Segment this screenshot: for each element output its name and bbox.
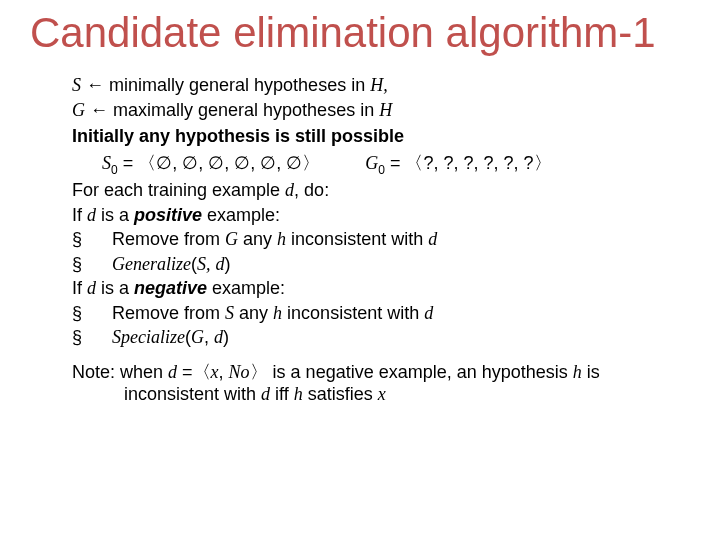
s0-g0-line: S0 = 〈∅, ∅, ∅, ∅, ∅, ∅〉 G0 = 〈?, ?, ?, ?… — [72, 152, 690, 178]
arrow-icon: ← — [85, 100, 113, 120]
var-h: h — [573, 362, 582, 382]
var-d: d — [424, 303, 433, 323]
text: minimally general hypotheses in — [109, 75, 370, 95]
text: example: — [207, 278, 285, 298]
foreach-line: For each training example d, do: — [72, 179, 690, 202]
var-d: d — [428, 229, 437, 249]
bullet-icon: § — [72, 229, 82, 249]
var-h: h — [273, 303, 282, 323]
note-line: Note: when d =〈x, No〉 is a negative exam… — [72, 361, 690, 406]
text: iff — [270, 384, 294, 404]
var-h: H — [379, 100, 392, 120]
var-g: G — [72, 100, 85, 120]
slide-title: Candidate elimination algorithm-1 — [30, 10, 690, 56]
text: 〉 is a negative example, an hypothesis — [250, 362, 573, 382]
var-x: x — [211, 362, 219, 382]
text: If — [72, 205, 87, 225]
var-d: d — [214, 327, 223, 347]
var-h: h — [277, 229, 286, 249]
text: Note: when — [72, 362, 168, 382]
comma: , — [219, 362, 229, 382]
text: Remove from — [112, 303, 225, 323]
var-h: h — [294, 384, 303, 404]
text: any — [234, 303, 273, 323]
label-no: No — [229, 362, 250, 382]
var-d: d — [87, 278, 96, 298]
text: =〈 — [177, 362, 211, 382]
text: Remove from — [112, 229, 225, 249]
var-d: d — [168, 362, 177, 382]
initially-line: Initially any hypothesis is still possib… — [72, 125, 690, 148]
var-d: d — [285, 180, 294, 200]
slide: Candidate elimination algorithm-1 S ← mi… — [0, 0, 720, 540]
var-s: S — [72, 75, 81, 95]
assign-g: G ← maximally general hypotheses in H — [72, 99, 690, 122]
var-h: H, — [370, 75, 388, 95]
var-d: d — [216, 254, 225, 274]
text: any — [238, 229, 277, 249]
text: is a — [96, 278, 134, 298]
assign-s: S ← minimally general hypotheses in H, — [72, 74, 690, 97]
text: is a — [96, 205, 134, 225]
kind-negative: negative — [134, 278, 207, 298]
g0-sub: 0 — [378, 162, 385, 176]
paren-close: ) — [225, 254, 231, 274]
var-g: G — [225, 229, 238, 249]
fn-name: Generalize — [112, 254, 191, 274]
text: example: — [202, 205, 280, 225]
var-d: d — [87, 205, 96, 225]
neg-specialize: § Specialize(G, d) — [72, 326, 690, 349]
var-s: S — [225, 303, 234, 323]
s0-eq: = 〈∅, ∅, ∅, ∅, ∅, ∅〉 — [118, 153, 321, 173]
g0-label: G — [365, 153, 378, 173]
bullet-icon: § — [72, 254, 82, 274]
neg-remove: § Remove from S any h inconsistent with … — [72, 302, 690, 325]
text: inconsistent with — [282, 303, 424, 323]
bullet-icon: § — [72, 327, 82, 347]
text: , do: — [294, 180, 329, 200]
text: inconsistent with — [286, 229, 428, 249]
text: For each training example — [72, 180, 285, 200]
pos-generalize: § Generalize(S, d) — [72, 253, 690, 276]
paren-close: ) — [223, 327, 229, 347]
kind-positive: positive — [134, 205, 202, 225]
fn-name: Specialize — [112, 327, 185, 347]
s0-sub: 0 — [111, 162, 118, 176]
g0-eq: = 〈?, ?, ?, ?, ?, ?〉 — [385, 153, 552, 173]
if-positive: If d is a positive example: — [72, 204, 690, 227]
text: maximally general hypotheses in — [113, 100, 379, 120]
var-g: G — [191, 327, 204, 347]
comma: , — [204, 327, 214, 347]
slide-body: S ← minimally general hypotheses in H, G… — [30, 74, 690, 406]
var-x: x — [378, 384, 386, 404]
pos-remove: § Remove from G any h inconsistent with … — [72, 228, 690, 251]
bullet-icon: § — [72, 303, 82, 323]
if-negative: If d is a negative example: — [72, 277, 690, 300]
var-d: d — [261, 384, 270, 404]
var-s: S, — [197, 254, 211, 274]
text: satisfies — [303, 384, 378, 404]
text: If — [72, 278, 87, 298]
s0-label: S — [102, 153, 111, 173]
arrow-icon: ← — [81, 75, 109, 95]
